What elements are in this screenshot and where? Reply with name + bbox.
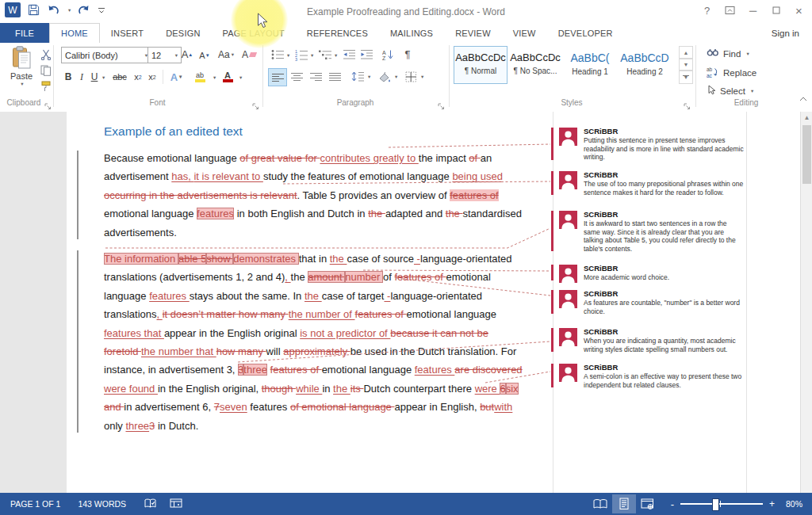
tab-file[interactable]: FILE [0,23,49,43]
line-spacing-dropdown-icon[interactable]: ▾ [368,74,370,80]
find-button[interactable]: Find ▾ [707,48,749,59]
comment[interactable]: SCRiBBRWhen you are indicating a quantit… [559,327,746,353]
customize-qat-icon[interactable] [98,6,105,14]
web-layout-button[interactable] [636,494,660,513]
shading-button[interactable] [376,69,393,84]
font-dialog-launcher[interactable] [252,99,260,107]
clipboard-dialog-launcher[interactable] [44,99,52,107]
decrease-indent-button[interactable] [343,48,357,62]
minimize-icon[interactable]: ─ [741,2,764,19]
style-card-heading-1[interactable]: AaBbC(Heading 1 [563,46,617,84]
zoom-out-button[interactable]: - [671,498,674,510]
paragraph-2[interactable]: The information able 5show demonstrates … [104,250,523,435]
comment[interactable]: SCRiBBRThe use of too many prepositional… [559,170,746,196]
tab-view[interactable]: VIEW [502,23,547,43]
underline-button[interactable]: U [89,69,100,85]
align-left-button[interactable] [268,68,287,86]
print-layout-button[interactable] [612,494,636,513]
tab-review[interactable]: REVIEW [444,23,502,43]
save-icon[interactable] [28,4,40,16]
align-center-button[interactable] [289,69,304,84]
change-case-button[interactable]: Aa▾ [216,47,236,62]
multilevel-dropdown-icon[interactable]: ▾ [335,52,337,59]
sort-button[interactable]: AZ [381,48,395,62]
line-spacing-button[interactable] [349,69,366,84]
superscript-button[interactable]: x2 [146,69,159,85]
maximize-icon[interactable] [764,2,787,19]
scroll-up-icon[interactable]: ▲ [801,112,812,124]
macro-record-icon[interactable] [170,498,182,509]
font-color-button[interactable]: A [219,69,236,85]
cut-button[interactable] [40,48,52,61]
style-gallery-more-icon[interactable]: ▼ [679,70,693,84]
subscript-button[interactable]: x2 [132,69,144,85]
close-icon[interactable]: × [787,2,810,19]
sign-in-link[interactable]: Sign in [772,23,812,43]
tab-page-layout[interactable]: PAGE LAYOUT [212,23,296,43]
shading-dropdown-icon[interactable]: ▾ [395,74,397,80]
comment[interactable]: SCRiBBRA semi-colon is an effective way … [559,363,746,389]
zoom-level[interactable]: 80% [786,499,802,509]
bold-button[interactable]: B [62,69,75,85]
collapse-ribbon-icon[interactable] [798,95,809,103]
strikethrough-button[interactable]: abc [109,69,130,85]
comment[interactable]: SCRiBBRAs features are countable, "numbe… [559,289,746,315]
word-logo-icon[interactable]: W [5,2,21,17]
style-card-heading-2[interactable]: AaBbCcDHeading 2 [618,46,672,84]
align-right-button[interactable] [308,69,324,84]
vertical-scrollbar[interactable]: ▲ [800,112,812,493]
numbering-dropdown-icon[interactable]: ▾ [311,52,313,59]
tab-references[interactable]: REFERENCES [296,23,379,43]
paragraph-dialog-launcher[interactable] [438,99,446,107]
borders-button[interactable] [403,69,419,84]
styles-dialog-launcher[interactable] [684,99,691,107]
tab-insert[interactable]: INSERT [100,23,155,43]
style-card-no-spac[interactable]: AaBbCcDc¶ No Spac... [508,46,562,84]
show-hide-pilcrow-button[interactable]: ¶ [401,46,414,62]
text-highlight-button[interactable]: ab [189,69,211,85]
comment[interactable]: SCRiBBRIt is awkward to start two senten… [559,210,746,253]
borders-dropdown-icon[interactable]: ▾ [421,74,423,80]
increase-indent-button[interactable] [360,48,374,62]
clear-formatting-button[interactable]: A [239,47,259,62]
tab-mailings[interactable]: MAILINGS [379,23,444,43]
comment[interactable]: SCRiBBRMore academic word choice. [559,264,746,282]
zoom-slider[interactable] [680,503,763,505]
paste-button[interactable]: Paste ▾ [5,46,38,97]
highlight-dropdown-icon[interactable]: ▾ [213,74,216,81]
read-mode-button[interactable] [588,494,612,513]
replace-button[interactable]: abac Replace [707,67,756,79]
zoom-slider-thumb[interactable] [712,498,719,511]
help-icon[interactable]: ? [695,2,718,19]
format-painter-button[interactable] [40,80,52,93]
font-color-dropdown-icon[interactable]: ▾ [239,74,242,81]
undo-dropdown-icon[interactable]: ▾ [68,7,71,13]
italic-button[interactable]: I [76,69,87,85]
scrollbar-thumb[interactable] [802,125,811,184]
word-count[interactable]: 143 WORDS [78,499,126,509]
font-size-combo[interactable]: 12 ▾ [147,47,182,63]
copy-button[interactable] [40,64,52,77]
undo-icon[interactable] [47,5,59,16]
proofing-status-icon[interactable] [144,498,157,510]
tab-developer[interactable]: DEVELOPER [547,23,624,43]
ribbon-display-options-icon[interactable] [718,2,741,19]
grow-font-button[interactable]: A▲ [179,47,195,62]
tab-home[interactable]: HOME [49,23,100,43]
tab-design[interactable]: DESIGN [155,23,211,43]
comment[interactable]: SCRiBBRPutting this sentence in present … [559,127,746,162]
bullets-dropdown-icon[interactable]: ▾ [287,52,289,59]
redo-icon[interactable] [78,5,90,16]
numbering-button[interactable]: 123 [293,48,309,62]
underline-dropdown-icon[interactable]: ▾ [102,74,105,81]
justify-button[interactable] [327,69,343,84]
font-name-combo[interactable]: Calibri (Body) ▾ [61,47,151,63]
text-effects-button[interactable]: A▾ [167,69,186,85]
paragraph-1[interactable]: Because emotional language of great valu… [104,149,522,242]
zoom-in-button[interactable]: + [769,498,775,509]
document-heading[interactable]: Example of an edited text [104,124,243,139]
select-button[interactable]: Select ▾ [707,85,753,97]
page-indicator[interactable]: PAGE 1 OF 1 [10,499,60,509]
multilevel-list-button[interactable] [317,48,333,62]
shrink-font-button[interactable]: A▼ [197,48,213,62]
